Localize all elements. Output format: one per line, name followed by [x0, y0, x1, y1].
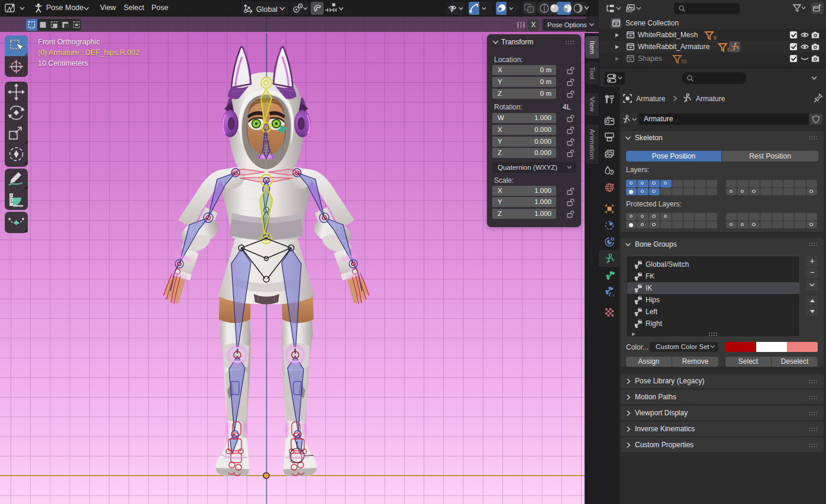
svg-text:70: 70	[681, 59, 687, 64]
svg-text:9: 9	[714, 35, 717, 41]
